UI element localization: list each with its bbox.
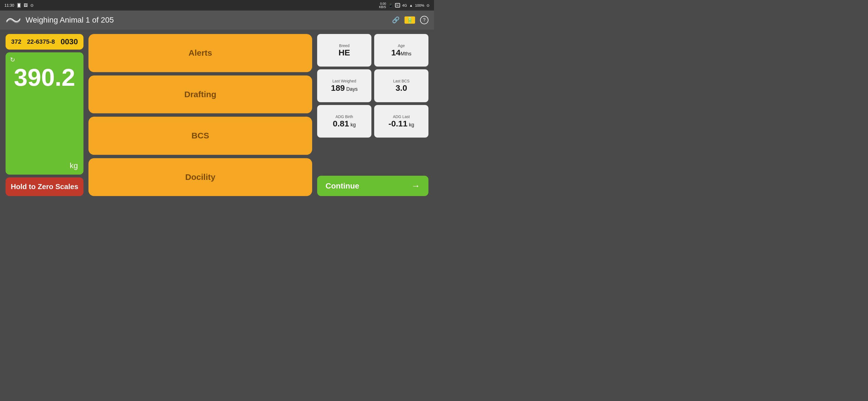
bcs-button[interactable]: BCS bbox=[89, 117, 312, 155]
drafting-button[interactable]: Drafting bbox=[89, 76, 312, 114]
continue-button[interactable]: Continue → bbox=[317, 176, 428, 196]
alerts-button[interactable]: Alerts bbox=[89, 34, 312, 72]
weight-unit: kg bbox=[11, 161, 78, 170]
last-weighed-label: Last Weighed bbox=[333, 79, 356, 83]
animal-id-tag: 22-6375-8 bbox=[27, 38, 55, 46]
age-label: Age bbox=[398, 44, 405, 48]
right-panel: Breed HE Age 14Mths Last Weighed 189 Day… bbox=[317, 34, 428, 196]
adg-birth-label: ADG Birth bbox=[336, 114, 353, 119]
breed-label: Breed bbox=[339, 44, 349, 48]
adg-birth-card: ADG Birth 0.81 kg bbox=[317, 105, 371, 138]
info-row-3: ADG Birth 0.81 kg ADG Last -0.11 kg bbox=[317, 105, 428, 138]
weight-value: 390.2 bbox=[11, 65, 78, 90]
adg-last-label: ADG Last bbox=[393, 114, 410, 119]
animal-id-badge: 372 22-6375-8 0030 bbox=[6, 34, 84, 50]
link-icon[interactable]: 🔗 bbox=[392, 17, 400, 24]
arrow-right-icon: → bbox=[411, 181, 420, 191]
wifi-icon: ▲ bbox=[409, 3, 413, 7]
last-bcs-label: Last BCS bbox=[393, 79, 409, 83]
middle-panel: Alerts Drafting BCS Docility bbox=[89, 34, 312, 196]
adg-birth-value: 0.81 kg bbox=[333, 119, 355, 128]
last-weighed-value: 189 Days bbox=[331, 83, 358, 92]
settings-icon: ⊙ bbox=[30, 3, 34, 7]
spacer bbox=[317, 140, 428, 173]
nav-right: 🔗 🔋 ? bbox=[392, 16, 428, 24]
sim-icon: 🂠 bbox=[17, 3, 21, 7]
docility-button[interactable]: Docility bbox=[89, 158, 312, 196]
breed-card: Breed HE bbox=[317, 34, 371, 66]
app-logo bbox=[6, 15, 21, 25]
animal-id-seq: 0030 bbox=[61, 37, 78, 46]
info-row-1: Breed HE Age 14Mths bbox=[317, 34, 428, 66]
nav-bar: Weighing Animal 1 of 205 🔗 🔋 ? bbox=[0, 10, 434, 30]
age-card: Age 14Mths bbox=[374, 34, 428, 66]
signal-icon: 4G bbox=[402, 3, 407, 7]
status-left: 11:30 🂠 🖼 ⊙ bbox=[4, 3, 34, 7]
status-right: 0.00KB/S 📱 N 4G ▲ 100% ⊙ bbox=[379, 2, 430, 9]
battery-nav-icon: 🔋 bbox=[404, 17, 415, 24]
adg-last-card: ADG Last -0.11 kg bbox=[374, 105, 428, 138]
weight-display: ↻ 390.2 kg bbox=[6, 52, 84, 175]
time-display: 11:30 bbox=[4, 3, 14, 7]
nav-title: Weighing Animal 1 of 205 bbox=[26, 16, 114, 25]
last-bcs-card: Last BCS 3.0 bbox=[374, 69, 428, 102]
adg-last-value: -0.11 kg bbox=[389, 119, 414, 128]
status-bar: 11:30 🂠 🖼 ⊙ 0.00KB/S 📱 N 4G ▲ 100% ⊙ bbox=[0, 0, 434, 10]
battery-level: 100% bbox=[415, 3, 424, 7]
nfc-icon: N bbox=[395, 3, 400, 7]
age-value: 14Mths bbox=[391, 48, 411, 57]
continue-label: Continue bbox=[326, 181, 359, 191]
last-weighed-card: Last Weighed 189 Days bbox=[317, 69, 371, 102]
breed-value: HE bbox=[339, 48, 350, 57]
refresh-icon[interactable]: ↻ bbox=[10, 56, 15, 63]
last-bcs-value: 3.0 bbox=[396, 83, 407, 92]
image-icon: 🖼 bbox=[24, 3, 28, 7]
network-speed: 0.00KB/S bbox=[379, 2, 386, 9]
main-content: 372 22-6375-8 0030 ↻ 390.2 kg Hold to Ze… bbox=[0, 30, 434, 200]
record-icon: ⊙ bbox=[427, 3, 430, 7]
animal-id-num: 372 bbox=[11, 38, 22, 46]
nav-left: Weighing Animal 1 of 205 bbox=[6, 15, 114, 25]
phone-icon: 📱 bbox=[389, 3, 393, 7]
zero-scales-button[interactable]: Hold to Zero Scales bbox=[6, 177, 84, 196]
info-row-2: Last Weighed 189 Days Last BCS 3.0 bbox=[317, 69, 428, 102]
left-panel: 372 22-6375-8 0030 ↻ 390.2 kg Hold to Ze… bbox=[6, 34, 84, 196]
help-icon[interactable]: ? bbox=[420, 16, 428, 24]
